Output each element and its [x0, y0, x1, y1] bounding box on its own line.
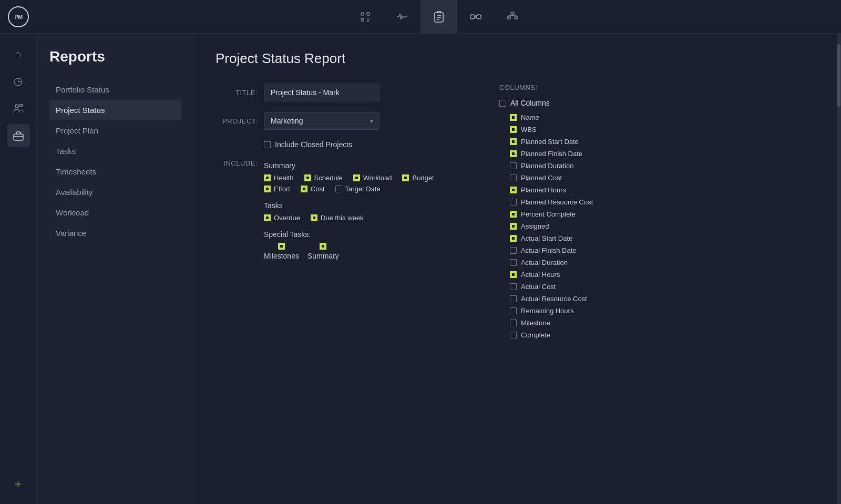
svg-point-9	[15, 105, 18, 108]
column-actual-duration: Actual Duration	[510, 259, 816, 266]
checkbox-unchecked[interactable]	[510, 307, 517, 314]
checkbox-unchecked[interactable]	[510, 283, 517, 290]
include-row: INCLUDE: Summary Health	[216, 159, 468, 260]
hierarchy-icon-btn[interactable]	[494, 0, 531, 34]
checkbox-checked[interactable]	[510, 271, 517, 278]
project-select-wrapper: Marketing	[264, 112, 380, 130]
tasks-grid: Overdue Due this week	[264, 214, 468, 222]
nav-item-tasks[interactable]: Tasks	[49, 141, 181, 161]
checkbox-unchecked[interactable]	[510, 247, 517, 254]
nav-item-portfolio-status[interactable]: Portfolio Status	[49, 80, 181, 99]
project-label: PROJECT:	[216, 117, 258, 125]
project-row: PROJECT: Marketing	[216, 112, 468, 130]
nav-list: Portfolio StatusProject StatusProject Pl…	[49, 80, 181, 243]
checkbox-checked[interactable]	[510, 138, 517, 145]
checkbox-checked[interactable]	[510, 235, 517, 242]
checkbox-unchecked[interactable]	[510, 332, 517, 338]
reports-panel: Reports Portfolio StatusProject StatusPr…	[37, 34, 194, 504]
svg-rect-7	[507, 17, 510, 19]
sidebar-icon-home[interactable]: ⌂	[7, 42, 30, 65]
special-tasks-grid: Milestones Summary	[264, 243, 468, 260]
scan-icon-btn[interactable]	[347, 0, 384, 34]
left-sidebar: ⌂ ◷ +	[0, 34, 37, 504]
checkbox-unchecked[interactable]	[510, 295, 517, 302]
column-actual-cost: Actual Cost	[510, 283, 816, 291]
column-planned-cost: Planned Cost	[510, 174, 816, 182]
pulse-icon-btn[interactable]	[384, 0, 420, 34]
column-items-list: NameWBSPlanned Start DatePlanned Finish …	[499, 114, 816, 339]
top-bar: PM	[0, 0, 841, 34]
columns-label: COLUMNS:	[499, 84, 816, 91]
all-columns-item: All Columns	[499, 99, 816, 107]
sidebar-icon-briefcase[interactable]	[7, 124, 30, 147]
column-remaining-hours: Remaining Hours	[510, 307, 816, 315]
special-tasks-group-title: Special Tasks:	[264, 230, 468, 239]
column-name: Name	[510, 114, 816, 121]
summary-group-title: Summary	[264, 161, 468, 170]
check-overdue: Overdue	[264, 214, 300, 222]
top-icons	[37, 0, 841, 34]
checkbox-checked[interactable]	[510, 150, 517, 157]
checkbox-checked[interactable]	[510, 126, 517, 133]
checkbox-unchecked[interactable]	[510, 174, 517, 181]
nav-item-availability[interactable]: Availability	[49, 182, 181, 202]
form-section: TITLE: PROJECT: Marketing Include Closed	[216, 84, 816, 343]
sidebar-icon-clock[interactable]: ◷	[7, 69, 30, 92]
column-percent-complete: Percent Complete	[510, 210, 816, 218]
reports-title: Reports	[49, 48, 181, 65]
column-planned-finish-date: Planned Finish Date	[510, 150, 816, 158]
column-assigned: Assigned	[510, 222, 816, 230]
checkbox-unchecked[interactable]	[510, 162, 517, 169]
special-task-summary: Summary	[307, 243, 339, 260]
nav-item-variance[interactable]: Variance	[49, 223, 181, 243]
include-content: Summary Health Schedule	[264, 159, 468, 260]
logo: PM	[8, 6, 29, 27]
title-input[interactable]	[264, 84, 380, 101]
checkbox-checked[interactable]	[510, 187, 517, 193]
include-closed-row: Include Closed Projects	[264, 140, 468, 149]
tasks-group-title: Tasks	[264, 201, 468, 210]
page-title: Project Status Report	[216, 50, 816, 67]
column-actual-resource-cost: Actual Resource Cost	[510, 295, 816, 303]
all-columns-checkbox[interactable]	[499, 100, 506, 107]
check-health: Health	[264, 174, 294, 182]
content-area: Project Status Report TITLE: PROJECT: Ma…	[194, 34, 837, 504]
column-actual-finish-date: Actual Finish Date	[510, 246, 816, 254]
column-planned-duration: Planned Duration	[510, 162, 816, 170]
form-right: COLUMNS: All Columns NameWBSPlanned Star…	[499, 84, 816, 343]
sidebar-icon-add[interactable]: +	[7, 472, 30, 496]
check-target-date: Target Date	[335, 185, 381, 193]
checkbox-checked[interactable]	[510, 114, 517, 121]
include-closed-checkbox[interactable]	[264, 141, 271, 148]
nav-item-timesheets[interactable]: Timesheets	[49, 162, 181, 181]
checkbox-unchecked[interactable]	[510, 320, 517, 326]
summary-grid: Health Schedule Workload	[264, 174, 468, 193]
check-schedule: Schedule	[304, 174, 343, 182]
nav-item-workload[interactable]: Workload	[49, 203, 181, 222]
check-workload: Workload	[353, 174, 392, 182]
project-select[interactable]: Marketing	[264, 112, 380, 130]
check-due-this-week: Due this week	[311, 214, 364, 222]
special-task-milestones: Milestones	[264, 243, 299, 260]
column-planned-resource-cost: Planned Resource Cost	[510, 198, 816, 206]
checkbox-unchecked[interactable]	[510, 259, 517, 266]
svg-point-10	[19, 105, 22, 107]
svg-rect-11	[14, 134, 23, 140]
clipboard-icon-btn[interactable]	[420, 0, 457, 34]
scroll-thumb[interactable]	[837, 44, 840, 107]
nav-item-project-plan[interactable]: Project Plan	[49, 121, 181, 140]
title-row: TITLE:	[216, 84, 468, 101]
scrollbar[interactable]	[837, 34, 841, 504]
link-icon-btn[interactable]	[457, 0, 494, 34]
svg-rect-0	[361, 13, 364, 15]
column-wbs: WBS	[510, 126, 816, 133]
sidebar-icon-people[interactable]	[7, 97, 30, 120]
all-columns-label: All Columns	[510, 99, 550, 107]
svg-rect-2	[361, 18, 364, 21]
checkbox-checked[interactable]	[510, 211, 517, 218]
nav-item-project-status[interactable]: Project Status	[49, 100, 181, 120]
checkbox-unchecked[interactable]	[510, 199, 517, 205]
checkbox-checked[interactable]	[510, 223, 517, 230]
main-layout: ⌂ ◷ + Reports Portfolio StatusProject St…	[0, 34, 841, 504]
check-budget: Budget	[402, 174, 434, 182]
